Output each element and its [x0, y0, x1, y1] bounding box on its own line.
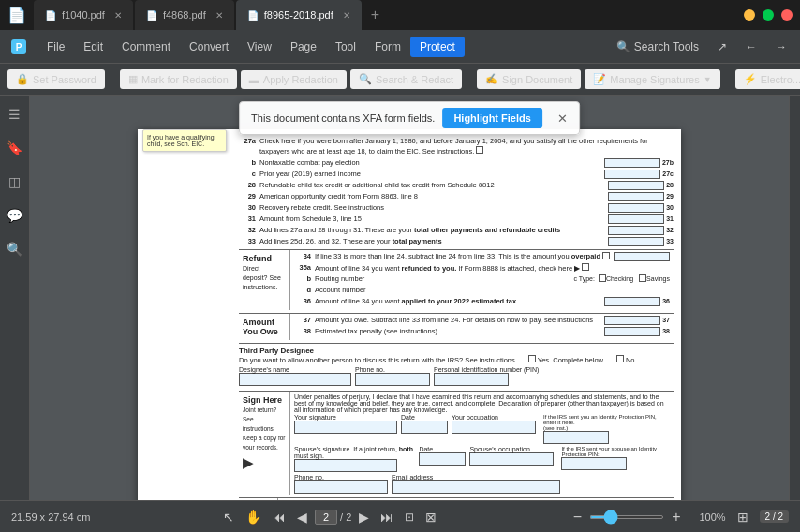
spouse-occupation-input[interactable]: [469, 452, 554, 466]
pdf-row-27c: c Prior year (2019) earned income 27c: [239, 170, 674, 179]
tab-close-f4868[interactable]: ✕: [215, 10, 223, 21]
paid-preparer-label: Paid Preparer Use Only: [239, 498, 278, 500]
sidebar-comment-icon[interactable]: 💬: [4, 204, 26, 227]
sidebar-nav-icon[interactable]: ☰: [4, 103, 26, 126]
notification-close-button[interactable]: ✕: [557, 111, 568, 126]
tab-label-f1040: f1040.pdf: [62, 9, 105, 21]
row-num-37: 37: [294, 316, 311, 325]
apply-redaction-button[interactable]: ▬ Apply Redaction: [241, 70, 347, 89]
row-35b-savings[interactable]: [639, 274, 646, 282]
pdf-row-35c: d Account number: [294, 286, 670, 295]
sidebar-bookmark-icon[interactable]: 🔖: [4, 137, 26, 159]
prev-page-btn[interactable]: ◀: [293, 508, 311, 526]
page-number-input[interactable]: [315, 510, 337, 525]
forward-btn[interactable]: →: [766, 37, 796, 57]
menu-form[interactable]: Form: [365, 37, 410, 57]
tab-label-f4868: f4868.pdf: [163, 9, 206, 21]
input-30[interactable]: [608, 203, 664, 213]
amount-owe-label: Amount You Owe: [239, 314, 290, 340]
input-27c[interactable]: [604, 170, 660, 179]
menu-edit[interactable]: Edit: [74, 37, 112, 57]
input-36[interactable]: [604, 297, 660, 306]
hand-tool-btn[interactable]: ✋: [242, 508, 265, 526]
select-btn[interactable]: ⊠: [422, 508, 440, 526]
back-btn[interactable]: ←: [736, 37, 766, 57]
cursor-tool-btn[interactable]: ↖: [219, 508, 238, 526]
zoom-in-btn[interactable]: +: [668, 507, 684, 527]
sidebar-search-icon[interactable]: 🔍: [4, 238, 26, 260]
view-mode-btn[interactable]: ⊞: [733, 508, 752, 526]
spouse-sig-input[interactable]: [294, 459, 397, 472]
menu-file[interactable]: File: [37, 37, 74, 57]
input-28[interactable]: [608, 181, 664, 190]
pdf-container[interactable]: If you have a qualifying child, see Sch.…: [30, 96, 789, 500]
row-35b-checking[interactable]: [599, 274, 606, 282]
first-page-btn[interactable]: ⏮: [269, 508, 289, 526]
close-button[interactable]: [781, 9, 793, 21]
tab-f4868[interactable]: 📄 f4868.pdf ✕: [135, 0, 234, 30]
sign-document-button[interactable]: ✍ Sign Document: [477, 69, 581, 89]
protect-toolbar: 🔒 Set Password ▦ Mark for Redaction ▬ Ap…: [0, 64, 800, 96]
search-redact-button[interactable]: 🔍 Search & Redact: [350, 69, 462, 89]
spouse-pin-input[interactable]: [561, 457, 627, 470]
menu-protect[interactable]: Protect: [410, 37, 465, 57]
menu-view[interactable]: View: [238, 37, 281, 57]
phone-input[interactable]: [294, 480, 388, 494]
manage-signatures-button[interactable]: 📝 Manage Signatures ▼: [585, 69, 719, 89]
tab-close-f8965[interactable]: ✕: [343, 10, 350, 21]
input-32[interactable]: [608, 226, 664, 235]
third-party-no-checkbox[interactable]: [616, 355, 624, 362]
menu-tool[interactable]: Tool: [326, 37, 365, 57]
input-38[interactable]: [604, 327, 660, 336]
menu-comment[interactable]: Comment: [112, 37, 180, 57]
email-input[interactable]: [392, 480, 560, 494]
sidebar-layers-icon[interactable]: ◫: [4, 170, 26, 193]
content-area: This document contains XFA form fields. …: [30, 96, 789, 500]
occupation-input[interactable]: [452, 421, 536, 434]
row-27a-checkbox[interactable]: [476, 146, 483, 154]
maximize-button[interactable]: [763, 9, 774, 21]
last-page-btn[interactable]: ⏭: [377, 508, 397, 526]
search-tools-label: Search Tools: [634, 40, 699, 53]
row-35a-checkbox[interactable]: [582, 263, 589, 271]
row-34-checkbox[interactable]: [602, 252, 610, 259]
search-tools-btn[interactable]: 🔍 Search Tools: [607, 37, 708, 57]
designee-name-input[interactable]: [239, 373, 351, 386]
input-29[interactable]: [608, 192, 664, 201]
menu-convert[interactable]: Convert: [180, 37, 238, 57]
pdf-page: If you have a qualifying child, see Sch.…: [138, 129, 681, 500]
input-31[interactable]: [608, 214, 664, 224]
tab-f1040[interactable]: 📄 f1040.pdf ✕: [34, 0, 133, 30]
your-signature-input[interactable]: [294, 421, 397, 434]
tab-close-f1040[interactable]: ✕: [114, 10, 122, 21]
menu-page[interactable]: Page: [281, 37, 326, 57]
sign-date-input[interactable]: [401, 421, 448, 434]
spouse-date-input[interactable]: [419, 452, 466, 466]
row-num-30: 30: [239, 203, 256, 213]
page-indicator: / 2: [315, 510, 351, 525]
tab-f8965[interactable]: 📄 f8965-2018.pdf ✕: [236, 0, 362, 30]
input-27b[interactable]: [604, 158, 660, 168]
designee-phone-input[interactable]: [355, 373, 430, 386]
minimize-button[interactable]: [744, 9, 755, 21]
zoom-slider[interactable]: [589, 515, 664, 519]
input-34[interactable]: [614, 252, 670, 261]
next-page-btn[interactable]: ▶: [355, 508, 373, 526]
set-password-button[interactable]: 🔒 Set Password: [7, 69, 105, 89]
designee-pin-input[interactable]: [434, 373, 509, 386]
right-resize-handle[interactable]: [789, 96, 800, 500]
new-tab-button[interactable]: +: [363, 0, 387, 30]
identity-pin-input[interactable]: [543, 431, 609, 444]
fit-page-btn[interactable]: ⊡: [401, 509, 418, 525]
tab-icon-f1040: 📄: [45, 10, 56, 21]
zoom-out-btn[interactable]: −: [570, 507, 585, 527]
input-33[interactable]: [608, 237, 664, 246]
third-party-yes-checkbox[interactable]: [528, 355, 536, 362]
share-btn[interactable]: ↗: [708, 37, 736, 57]
highlight-fields-button[interactable]: Highlight Fields: [442, 108, 542, 128]
mark-redaction-button[interactable]: ▦ Mark for Redaction: [120, 69, 237, 89]
search-redact-icon: 🔍: [359, 73, 372, 85]
electro-button[interactable]: ⚡ Electro...: [735, 69, 800, 89]
input-37[interactable]: [604, 316, 660, 325]
row-num-36: 36: [294, 297, 311, 306]
